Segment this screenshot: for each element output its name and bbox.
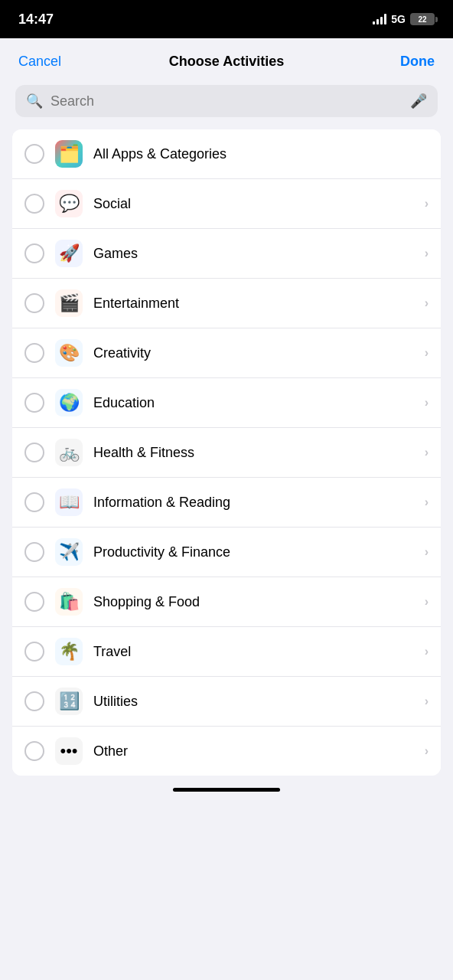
signal-icon	[373, 14, 386, 24]
icon-reading: 📖	[55, 488, 83, 516]
status-time: 14:47	[18, 11, 54, 28]
icon-health: 🚲	[55, 439, 83, 466]
icon-games: 🚀	[55, 240, 83, 267]
list-item-entertainment[interactable]: 🎬Entertainment›	[12, 279, 441, 328]
icon-shopping: 🛍️	[55, 588, 83, 616]
list-item-other[interactable]: •••Other›	[12, 727, 441, 776]
radio-entertainment[interactable]	[24, 293, 44, 313]
label-productivity: Productivity & Finance	[93, 544, 419, 560]
icon-travel: 🌴	[55, 638, 83, 665]
icon-productivity: ✈️	[55, 538, 83, 566]
main-container: Cancel Choose Activities Done 🔍 🎤 🗂️All …	[0, 38, 453, 980]
radio-travel[interactable]	[24, 642, 44, 662]
category-list: 🗂️All Apps & Categories💬Social›🚀Games›🎬E…	[12, 129, 441, 776]
label-games: Games	[93, 246, 419, 262]
list-item-all[interactable]: 🗂️All Apps & Categories	[12, 129, 441, 179]
chevron-reading: ›	[425, 495, 429, 509]
label-social: Social	[93, 196, 419, 212]
label-entertainment: Entertainment	[93, 296, 419, 312]
chevron-education: ›	[425, 396, 429, 410]
search-input[interactable]	[51, 93, 402, 109]
radio-shopping[interactable]	[24, 592, 44, 612]
label-travel: Travel	[93, 644, 419, 660]
mic-icon[interactable]: 🎤	[410, 93, 427, 109]
cancel-button[interactable]: Cancel	[18, 54, 61, 70]
radio-health[interactable]	[24, 443, 44, 462]
chevron-other: ›	[425, 744, 429, 758]
list-item-productivity[interactable]: ✈️Productivity & Finance›	[12, 528, 441, 577]
label-utilities: Utilities	[93, 694, 419, 710]
nav-header: Cancel Choose Activities Done	[0, 38, 453, 82]
list-item-shopping[interactable]: 🛍️Shopping & Food›	[12, 577, 441, 627]
list-item-utilities[interactable]: 🔢Utilities›	[12, 677, 441, 727]
chevron-social: ›	[425, 197, 429, 211]
label-creativity: Creativity	[93, 345, 419, 361]
search-bar: 🔍 🎤	[15, 85, 438, 117]
list-item-games[interactable]: 🚀Games›	[12, 229, 441, 279]
label-other: Other	[93, 743, 419, 760]
label-education: Education	[93, 395, 419, 411]
chevron-travel: ›	[425, 645, 429, 658]
chevron-productivity: ›	[425, 545, 429, 559]
icon-education: 🌍	[55, 389, 83, 416]
icon-creativity: 🎨	[55, 339, 83, 367]
list-item-reading[interactable]: 📖Information & Reading›	[12, 478, 441, 528]
chevron-shopping: ›	[425, 595, 429, 609]
list-item-creativity[interactable]: 🎨Creativity›	[12, 328, 441, 378]
radio-all[interactable]	[24, 144, 44, 164]
icon-other: •••	[55, 737, 83, 765]
radio-games[interactable]	[24, 243, 44, 263]
chevron-entertainment: ›	[425, 296, 429, 310]
home-indicator	[0, 776, 453, 801]
status-bar: 14:47 5G 22	[0, 0, 453, 38]
chevron-health: ›	[425, 446, 429, 459]
done-button[interactable]: Done	[400, 54, 435, 70]
icon-social: 💬	[55, 190, 83, 217]
radio-education[interactable]	[24, 393, 44, 413]
radio-social[interactable]	[24, 194, 44, 214]
list-item-education[interactable]: 🌍Education›	[12, 378, 441, 428]
list-item-social[interactable]: 💬Social›	[12, 179, 441, 229]
icon-utilities: 🔢	[55, 688, 83, 715]
status-icons: 5G 22	[373, 13, 435, 25]
chevron-games: ›	[425, 247, 429, 260]
battery-icon: 22	[410, 13, 435, 25]
label-health: Health & Fitness	[93, 445, 419, 461]
radio-creativity[interactable]	[24, 343, 44, 363]
icon-all: 🗂️	[55, 140, 83, 168]
label-reading: Information & Reading	[93, 495, 419, 511]
search-icon: 🔍	[26, 93, 43, 109]
home-bar	[173, 788, 280, 792]
chevron-creativity: ›	[425, 346, 429, 360]
icon-entertainment: 🎬	[55, 289, 83, 317]
radio-reading[interactable]	[24, 492, 44, 512]
network-label: 5G	[391, 13, 406, 25]
list-item-travel[interactable]: 🌴Travel›	[12, 627, 441, 677]
chevron-utilities: ›	[425, 694, 429, 708]
label-all: All Apps & Categories	[93, 146, 429, 162]
list-item-health[interactable]: 🚲Health & Fitness›	[12, 428, 441, 478]
label-shopping: Shopping & Food	[93, 594, 419, 610]
radio-utilities[interactable]	[24, 691, 44, 711]
page-title: Choose Activities	[169, 54, 284, 70]
radio-productivity[interactable]	[24, 542, 44, 562]
radio-other[interactable]	[24, 741, 44, 761]
